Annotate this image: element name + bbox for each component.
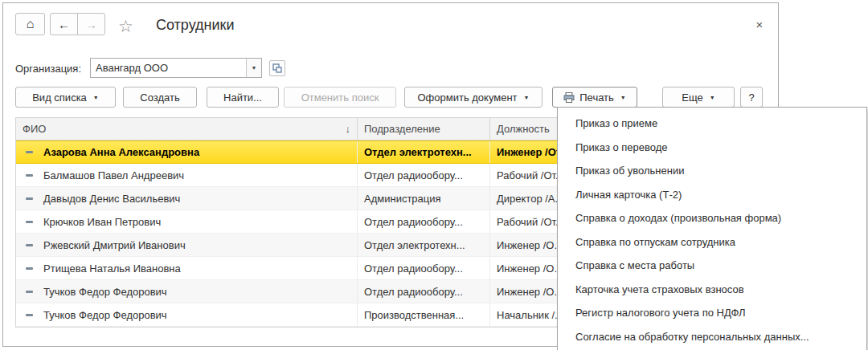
choose-organization-button[interactable] xyxy=(269,60,285,76)
chevron-down-icon: ▼ xyxy=(710,95,715,100)
employee-icon xyxy=(23,287,35,296)
make-document-button[interactable]: Оформить документ ▼ xyxy=(404,87,542,108)
menu-item-lichnaya-kartochka[interactable]: Личная карточка (Т-2) xyxy=(558,183,866,207)
department-cell: Отдел электротехн... xyxy=(357,234,489,256)
employee-icon xyxy=(23,193,35,203)
chevron-down-icon: ▼ xyxy=(252,65,257,71)
close-button[interactable]: × xyxy=(751,15,768,33)
create-button[interactable]: Создать xyxy=(123,87,197,108)
chevron-down-icon: ▼ xyxy=(524,95,530,100)
column-label: ФИО xyxy=(23,123,46,135)
view-list-button[interactable]: Вид списка ▼ xyxy=(15,87,116,108)
help-label: ? xyxy=(748,92,754,104)
forward-icon: → xyxy=(85,18,97,31)
employee-name: Тучков Федор Федорович xyxy=(43,286,167,298)
employee-icon xyxy=(23,148,35,157)
department-cell: Отдел радиообору... xyxy=(357,210,489,233)
menu-item-spravka-o-dohodah[interactable]: Справка о доходах (произвольная форма) xyxy=(558,206,866,230)
column-header-fio[interactable]: ФИО ↓ xyxy=(16,118,357,140)
organization-label: Организация: xyxy=(15,63,81,75)
home-icon: ⌂ xyxy=(27,17,35,31)
cancel-search-label: Отменить поиск xyxy=(301,92,379,104)
make-document-label: Оформить документ xyxy=(417,92,517,104)
cancel-search-button: Отменить поиск xyxy=(284,87,396,108)
create-label: Создать xyxy=(140,92,179,104)
help-button[interactable]: ? xyxy=(740,87,763,108)
choose-icon xyxy=(272,63,282,73)
close-icon: × xyxy=(756,18,764,31)
more-button[interactable]: Еще ▼ xyxy=(662,87,735,108)
organization-dropdown-button[interactable]: ▼ xyxy=(246,59,261,77)
employee-name: Ржевский Дмитрий Иванович xyxy=(43,239,186,251)
find-button[interactable]: Найти... xyxy=(207,87,279,108)
column-header-department[interactable]: Подразделение xyxy=(357,118,489,140)
screen: ⌂ ← → ☆ Сотрудники × Организация: ▼ xyxy=(0,0,868,350)
employee-icon xyxy=(23,170,35,180)
favorite-star-icon[interactable]: ☆ xyxy=(118,17,133,36)
menu-item-spravka-s-mesta-raboty[interactable]: Справка с места работы xyxy=(558,254,866,278)
department-cell: Отдел радиообору... xyxy=(357,257,489,279)
menu-item-registr-ndfl[interactable]: Регистр налогового учета по НДФЛ xyxy=(558,301,866,325)
more-label: Еще xyxy=(682,92,702,104)
chevron-down-icon: ▼ xyxy=(620,95,626,100)
menu-item-prikaz-o-prieme[interactable]: Приказ о приеме xyxy=(558,112,866,136)
view-list-label: Вид списка xyxy=(32,92,87,104)
department-cell: Администрация xyxy=(357,187,489,210)
menu-item-soglasie-pd[interactable]: Согласие на обработку персональных данны… xyxy=(558,325,866,349)
back-icon: ← xyxy=(58,18,70,31)
organization-combo[interactable]: ▼ xyxy=(90,58,262,78)
employee-name: Ртищева Наталья Ивановна xyxy=(43,262,181,275)
department-cell: Производственная... xyxy=(357,303,489,326)
print-dropdown-menu: Приказ о приеме Приказ о переводе Приказ… xyxy=(557,107,867,350)
back-button[interactable]: ← xyxy=(50,13,78,35)
print-button[interactable]: Печать ▼ xyxy=(552,87,637,108)
find-label: Найти... xyxy=(223,92,262,104)
department-cell: Отдел радиообору... xyxy=(357,280,489,303)
home-button[interactable]: ⌂ xyxy=(15,13,45,35)
employee-icon xyxy=(23,217,35,226)
employee-icon xyxy=(23,263,35,273)
employee-icon xyxy=(23,310,35,319)
menu-item-kartochka-vznosov[interactable]: Карточка учета страховых взносов xyxy=(558,278,866,302)
employee-name: Крючков Иван Петрович xyxy=(43,216,161,228)
menu-item-prikaz-ob-uvolnenii[interactable]: Приказ об увольнении xyxy=(558,159,866,183)
print-label: Печать xyxy=(579,92,614,104)
organization-input[interactable] xyxy=(91,59,246,77)
employee-name: Давыдов Денис Васильевич xyxy=(43,193,180,205)
forward-button[interactable]: → xyxy=(77,13,105,35)
menu-item-spravka-po-otpuskam[interactable]: Справка по отпускам сотрудника xyxy=(558,230,866,254)
employee-name: Азарова Анна Александровна xyxy=(43,146,199,158)
menu-item-prikaz-o-perevode[interactable]: Приказ о переводе xyxy=(558,136,866,160)
employee-name: Тучков Федор Федорович xyxy=(43,309,167,321)
printer-icon xyxy=(563,92,575,103)
department-cell: Отдел радиообору... xyxy=(357,164,489,186)
sort-desc-icon: ↓ xyxy=(346,123,351,135)
page-title: Сотрудники xyxy=(156,17,235,34)
employee-icon xyxy=(23,240,35,250)
employee-name: Балмашов Павел Андреевич xyxy=(43,169,184,181)
chevron-down-icon: ▼ xyxy=(93,95,99,100)
department-cell: Отдел электротехн... xyxy=(357,141,489,163)
